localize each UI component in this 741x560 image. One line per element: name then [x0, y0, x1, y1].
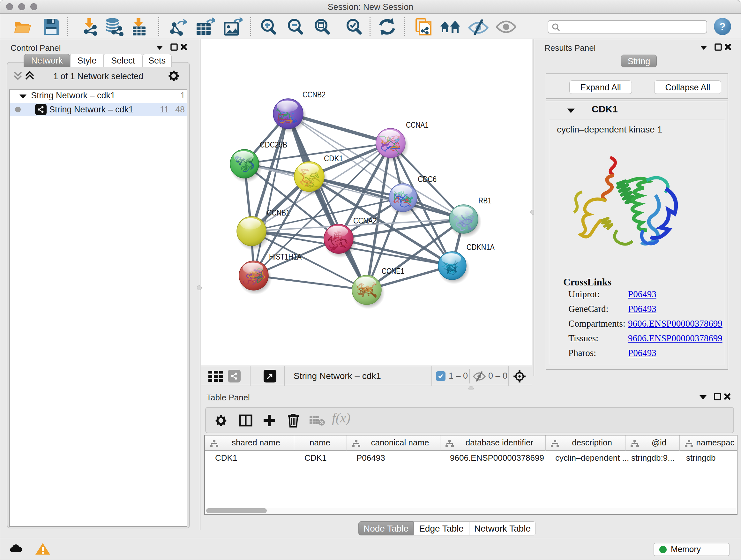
svg-text:CDC6: CDC6: [418, 174, 436, 184]
svg-text:RB1: RB1: [478, 196, 491, 205]
svg-text:CCNB2: CCNB2: [302, 90, 326, 99]
svg-text:CDC25B: CDC25B: [260, 140, 287, 149]
svg-text:CCNA2: CCNA2: [353, 216, 377, 226]
svg-text:CDK1: CDK1: [324, 153, 343, 163]
svg-text:HIST1H1A: HIST1H1A: [269, 252, 302, 261]
svg-text:CCNA1: CCNA1: [406, 120, 428, 130]
svg-text:CCNB1: CCNB1: [267, 208, 290, 217]
svg-text:CCNE1: CCNE1: [382, 266, 404, 276]
svg-text:CDKN1A: CDKN1A: [467, 242, 495, 252]
